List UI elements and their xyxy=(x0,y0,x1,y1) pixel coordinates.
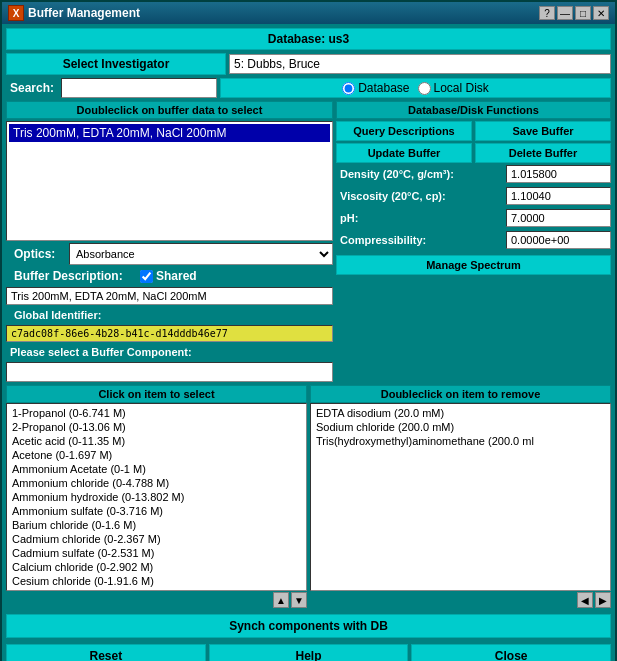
close-btn[interactable]: ✕ xyxy=(593,6,609,20)
buffer-list-header: Doubleclick on buffer data to select xyxy=(6,101,333,119)
list-item[interactable]: Ammonium chloride (0-4.788 M) xyxy=(9,476,304,490)
list-item[interactable]: Ammonium Acetate (0-1 M) xyxy=(9,462,304,476)
shared-label: Shared xyxy=(156,269,201,283)
viscosity-label: Viscosity (20°C, cp): xyxy=(336,188,506,204)
reset-button[interactable]: Reset xyxy=(6,644,206,661)
database-radio[interactable] xyxy=(342,82,355,95)
query-descriptions-button[interactable]: Query Descriptions xyxy=(336,121,472,141)
shared-checkbox[interactable] xyxy=(140,270,153,283)
title-bar: X Buffer Management ? — □ ✕ xyxy=(2,2,615,24)
viscosity-row: Viscosity (20°C, cp): 1.10040 xyxy=(336,187,611,205)
list-item[interactable]: Sodium chloride (200.0 mM) xyxy=(313,420,608,434)
optics-select[interactable]: Absorbance Interference Fluorescence xyxy=(69,243,333,265)
list-item[interactable]: Cadmium sulfate (0-2.531 M) xyxy=(9,546,304,560)
list-item[interactable]: 1-Propanol (0-6.741 M) xyxy=(9,406,304,420)
buffer-description-row: Buffer Description: Shared xyxy=(6,267,333,285)
list-item[interactable]: Cadmium chloride (0-2.367 M) xyxy=(9,532,304,546)
compressibility-row: Compressibility: 0.0000e+00 xyxy=(336,231,611,249)
database-radio-label: Database xyxy=(358,81,409,95)
scroll-up-btn[interactable]: ▲ xyxy=(273,592,289,608)
minimize-btn[interactable]: — xyxy=(557,6,573,20)
optics-row: Optics: Absorbance Interference Fluoresc… xyxy=(6,243,333,265)
synch-components-button[interactable]: Synch components with DB xyxy=(6,614,611,638)
ph-value: 7.0000 xyxy=(506,209,611,227)
close-button[interactable]: Close xyxy=(411,644,611,661)
right-scroll-left-btn[interactable]: ◀ xyxy=(577,592,593,608)
db-functions-header: Database/Disk Functions xyxy=(336,101,611,119)
component-select-row: Please select a Buffer Component: xyxy=(6,344,333,360)
density-label: Density (20°C, g/cm³): xyxy=(336,166,506,182)
update-buffer-button[interactable]: Update Buffer xyxy=(336,143,472,163)
window-title: Buffer Management xyxy=(28,6,140,20)
app-icon: X xyxy=(8,5,24,21)
density-value: 1.015800 xyxy=(506,165,611,183)
list-item[interactable]: Tris(hydroxymethyl)aminomethane (200.0 m… xyxy=(313,434,608,448)
optics-label: Optics: xyxy=(6,245,66,263)
global-identifier-row: Global Identifier: xyxy=(6,307,333,323)
search-input[interactable] xyxy=(61,78,217,98)
buffer-description-value: Tris 200mM, EDTA 20mM, NaCl 200mM xyxy=(6,287,333,305)
doubleclick-to-remove-header: Doubleclick on item to remove xyxy=(310,385,611,403)
main-window: X Buffer Management ? — □ ✕ Database: us… xyxy=(0,0,617,661)
viscosity-value: 1.10040 xyxy=(506,187,611,205)
components-right-list[interactable]: EDTA disodium (20.0 mM) Sodium chloride … xyxy=(310,403,611,591)
list-item[interactable]: Barium chloride (0-1.6 M) xyxy=(9,518,304,532)
buffer-description-label: Buffer Description: xyxy=(6,267,136,285)
help-button[interactable]: Help xyxy=(209,644,409,661)
buffer-list[interactable]: Tris 200mM, EDTA 20mM, NaCl 200mM xyxy=(6,121,333,241)
investigator-value: 5: Dubbs, Bruce xyxy=(229,54,611,74)
database-header: Database: us3 xyxy=(6,28,611,50)
list-item[interactable]: EDTA disodium (20.0 mM) xyxy=(313,406,608,420)
source-radio-group: Database Local Disk xyxy=(220,78,611,98)
compressibility-label: Compressibility: xyxy=(336,232,506,248)
compressibility-value: 0.0000e+00 xyxy=(506,231,611,249)
global-identifier-label: Global Identifier: xyxy=(6,307,136,323)
ph-label: pH: xyxy=(336,210,506,226)
density-row: Density (20°C, g/cm³): 1.015800 xyxy=(336,165,611,183)
window-controls: ? — □ ✕ xyxy=(539,6,609,20)
buffer-list-item[interactable]: Tris 200mM, EDTA 20mM, NaCl 200mM xyxy=(9,124,330,142)
manage-spectrum-button[interactable]: Manage Spectrum xyxy=(336,255,611,275)
list-item[interactable]: Acetone (0-1.697 M) xyxy=(9,448,304,462)
component-select-label: Please select a Buffer Component: xyxy=(6,344,196,360)
list-item[interactable]: Ammonium sulfate (0-3.716 M) xyxy=(9,504,304,518)
list-item[interactable]: Acetic acid (0-11.35 M) xyxy=(9,434,304,448)
local-disk-radio[interactable] xyxy=(418,82,431,95)
delete-buffer-button[interactable]: Delete Buffer xyxy=(475,143,611,163)
list-item[interactable]: 2-Propanol (0-13.06 M) xyxy=(9,420,304,434)
search-label: Search: xyxy=(6,79,58,97)
components-left-list[interactable]: 1-Propanol (0-6.741 M) 2-Propanol (0-13.… xyxy=(6,403,307,591)
click-to-select-header: Click on item to select xyxy=(6,385,307,403)
save-buffer-button[interactable]: Save Buffer xyxy=(475,121,611,141)
ph-row: pH: 7.0000 xyxy=(336,209,611,227)
list-item[interactable]: Calcium chloride (0-2.902 M) xyxy=(9,560,304,574)
right-scroll-right-btn[interactable]: ▶ xyxy=(595,592,611,608)
scroll-down-btn[interactable]: ▼ xyxy=(291,592,307,608)
list-item[interactable]: Ammonium hydroxide (0-13.802 M) xyxy=(9,490,304,504)
local-disk-radio-label: Local Disk xyxy=(434,81,489,95)
component-select-input[interactable] xyxy=(6,362,333,382)
select-investigator-button[interactable]: Select Investigator xyxy=(6,53,226,75)
list-item[interactable]: Cesium chloride (0-1.91.6 M) xyxy=(9,574,304,588)
help-btn[interactable]: ? xyxy=(539,6,555,20)
global-identifier-value: c7adc08f-86e6-4b28-b41c-d14dddb46e77 xyxy=(6,325,333,342)
maximize-btn[interactable]: □ xyxy=(575,6,591,20)
